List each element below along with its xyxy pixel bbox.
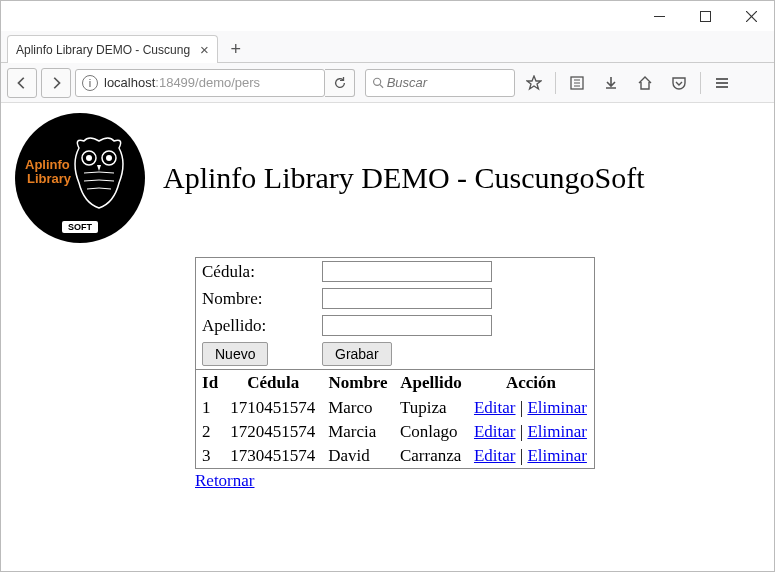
col-cedula: Cédula — [224, 370, 322, 396]
logo-soft-badge: SOFT — [62, 221, 98, 233]
reader-icon[interactable] — [562, 68, 592, 98]
downloads-icon[interactable] — [596, 68, 626, 98]
cell-cedula: 1720451574 — [224, 420, 322, 444]
cell-nombre: David — [322, 444, 394, 469]
back-button[interactable] — [7, 68, 37, 98]
nombre-input[interactable] — [322, 288, 492, 309]
search-icon — [372, 76, 385, 90]
cell-cedula: 1710451574 — [224, 396, 322, 420]
browser-toolbar: i localhost:18499/demo/pers — [1, 63, 774, 103]
cell-id: 3 — [196, 444, 225, 469]
new-tab-button[interactable]: + — [222, 36, 250, 62]
toolbar-separator — [555, 72, 556, 94]
page-content: Aplinfo Library SOFT Aplinfo Library DEM… — [1, 103, 774, 571]
form-table: Cédula: Nombre: Apellido: Nuevo Grabar — [195, 257, 595, 370]
delete-link[interactable]: Eliminar — [527, 422, 586, 441]
reload-button[interactable] — [325, 69, 355, 97]
maximize-button[interactable] — [682, 1, 728, 31]
svg-point-16 — [106, 155, 112, 161]
nuevo-button[interactable]: Nuevo — [202, 342, 268, 366]
logo: Aplinfo Library SOFT — [15, 113, 145, 243]
menu-icon[interactable] — [707, 68, 737, 98]
table-row: 3 1730451574 David Carranza Editar | Eli… — [196, 444, 595, 469]
logo-line1: Aplinfo — [25, 157, 70, 172]
home-icon[interactable] — [630, 68, 660, 98]
search-input[interactable] — [385, 74, 508, 91]
svg-point-4 — [374, 78, 381, 85]
svg-line-5 — [380, 84, 383, 87]
window-titlebar — [1, 1, 774, 31]
return-link[interactable]: Retornar — [195, 471, 254, 491]
cell-nombre: Marco — [322, 396, 394, 420]
toolbar-separator — [700, 72, 701, 94]
nombre-label: Nombre: — [196, 285, 317, 312]
cedula-input[interactable] — [322, 261, 492, 282]
minimize-button[interactable] — [636, 1, 682, 31]
owl-icon — [69, 133, 129, 213]
tab-title: Aplinfo Library DEMO - Cuscung — [16, 43, 190, 57]
search-bar[interactable] — [365, 69, 515, 97]
col-accion: Acción — [468, 370, 595, 396]
tab-strip: Aplinfo Library DEMO - Cuscung × + — [1, 31, 774, 63]
cedula-label: Cédula: — [196, 258, 317, 286]
delete-link[interactable]: Eliminar — [527, 398, 586, 417]
col-nombre: Nombre — [322, 370, 394, 396]
delete-link[interactable]: Eliminar — [527, 446, 586, 465]
edit-link[interactable]: Editar — [474, 446, 516, 465]
url-bar[interactable]: i localhost:18499/demo/pers — [75, 69, 325, 97]
page-title: Aplinfo Library DEMO - CuscungoSoft — [163, 161, 645, 195]
edit-link[interactable]: Editar — [474, 398, 516, 417]
pocket-icon[interactable] — [664, 68, 694, 98]
cell-apellido: Carranza — [394, 444, 468, 469]
close-window-button[interactable] — [728, 1, 774, 31]
close-tab-icon[interactable]: × — [200, 41, 209, 58]
browser-tab[interactable]: Aplinfo Library DEMO - Cuscung × — [7, 35, 218, 63]
col-id: Id — [196, 370, 225, 396]
cell-id: 2 — [196, 420, 225, 444]
apellido-input[interactable] — [322, 315, 492, 336]
info-icon[interactable]: i — [82, 75, 98, 91]
browser-window: Aplinfo Library DEMO - Cuscung × + i loc… — [0, 0, 775, 572]
content-box: Cédula: Nombre: Apellido: Nuevo Grabar — [195, 257, 595, 491]
edit-link[interactable]: Editar — [474, 422, 516, 441]
url-path: :18499/demo/pers — [155, 75, 260, 90]
col-apellido: Apellido — [394, 370, 468, 396]
data-table: Id Cédula Nombre Apellido Acción 1 17104… — [195, 370, 595, 469]
table-header-row: Id Cédula Nombre Apellido Acción — [196, 370, 595, 396]
table-row: 1 1710451574 Marco Tupiza Editar | Elimi… — [196, 396, 595, 420]
page-header: Aplinfo Library SOFT Aplinfo Library DEM… — [15, 113, 760, 243]
logo-line2: Library — [27, 171, 71, 186]
cell-cedula: 1730451574 — [224, 444, 322, 469]
cell-apellido: Conlago — [394, 420, 468, 444]
bookmark-star-icon[interactable] — [519, 68, 549, 98]
table-row: 2 1720451574 Marcia Conlago Editar | Eli… — [196, 420, 595, 444]
cell-nombre: Marcia — [322, 420, 394, 444]
svg-rect-1 — [700, 11, 710, 21]
url-host: localhost — [104, 75, 155, 90]
cell-id: 1 — [196, 396, 225, 420]
grabar-button[interactable]: Grabar — [322, 342, 392, 366]
cell-apellido: Tupiza — [394, 396, 468, 420]
svg-point-15 — [86, 155, 92, 161]
forward-button[interactable] — [41, 68, 71, 98]
apellido-label: Apellido: — [196, 312, 317, 339]
